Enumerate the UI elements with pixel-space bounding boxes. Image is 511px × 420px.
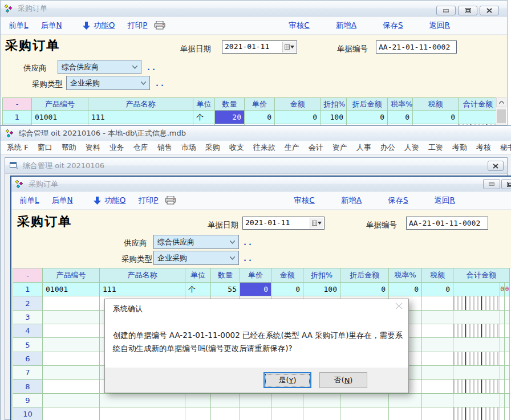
purchase-type-combobox[interactable]: 企业采购 [66, 76, 150, 90]
table-cell[interactable]: 55 [211, 283, 240, 296]
table-cell[interactable]: 个 [185, 283, 211, 296]
table-cell[interactable] [505, 407, 510, 420]
table-cell[interactable] [422, 366, 453, 380]
table-cell[interactable] [505, 380, 510, 393]
column-header[interactable]: 数量 [215, 98, 245, 111]
menu-item[interactable]: 考核 [474, 142, 493, 153]
column-header[interactable]: - [13, 268, 43, 283]
vertical-scrollbar[interactable] [496, 97, 506, 125]
purchase-type-more-button[interactable]: .. [156, 79, 166, 88]
yes-button[interactable]: 是(Y) [263, 372, 311, 388]
menu-item[interactable]: 考勤 [451, 142, 469, 153]
table-cell[interactable] [500, 407, 505, 420]
maximize-button[interactable] [501, 179, 511, 189]
table-cell[interactable] [422, 407, 453, 420]
date-input[interactable] [225, 42, 276, 51]
menu-item[interactable]: 工资 [427, 142, 445, 153]
table-cell[interactable] [505, 310, 510, 324]
menu-item[interactable]: 业务 [108, 142, 126, 153]
table-cell[interactable] [422, 393, 453, 407]
maximize-button[interactable] [458, 6, 477, 15]
table-cell[interactable] [500, 324, 505, 338]
table-cell[interactable]: 0 [422, 283, 453, 296]
scroll-up-button[interactable] [496, 97, 506, 107]
table-cell[interactable]: 01001 [32, 111, 88, 124]
column-header[interactable]: 税额 [422, 268, 453, 283]
table-cell[interactable] [500, 352, 505, 365]
supplier-more-button[interactable]: .. [147, 63, 157, 72]
table-cell[interactable] [340, 407, 389, 420]
table-cell[interactable] [422, 310, 453, 324]
table-cell[interactable] [422, 338, 453, 352]
column-header[interactable]: 产品名称 [100, 268, 185, 283]
table-cell[interactable]: 01001 [43, 283, 100, 296]
table-cell[interactable] [271, 393, 303, 407]
table-cell[interactable]: 111 [88, 111, 193, 124]
table-cell[interactable] [100, 393, 185, 407]
selected-cell[interactable]: 20 [215, 111, 245, 124]
table-cell[interactable] [271, 407, 303, 420]
column-header[interactable]: 合计金额 [453, 268, 510, 283]
table-cell[interactable]: 0 [413, 111, 459, 124]
selected-cell[interactable]: 0 [240, 283, 271, 296]
table-cell[interactable] [505, 296, 510, 310]
table-cell[interactable] [303, 393, 340, 407]
menu-item[interactable]: 资料 [84, 142, 102, 153]
title-bar[interactable]: 综合管理 oit 20210106 - 本地-db\正式信息.mdb [1, 126, 511, 141]
table-cell[interactable]: 100 [303, 283, 340, 296]
table-cell[interactable]: 0 [245, 111, 275, 124]
audit-button[interactable]: 审核C [289, 21, 309, 31]
table-cell[interactable]: 0 [347, 111, 388, 124]
print-button[interactable]: 打印P [127, 21, 147, 31]
table-cell[interactable]: 0 [271, 283, 303, 296]
table-cell[interactable] [500, 296, 505, 310]
table-cell[interactable]: 0 [388, 111, 413, 124]
column-header[interactable]: 税额 [413, 98, 459, 111]
table-cell[interactable] [500, 338, 505, 352]
column-header[interactable]: 折扣% [303, 268, 340, 283]
minimize-button[interactable] [483, 179, 500, 189]
column-header[interactable]: 金额 [271, 268, 303, 283]
table-cell[interactable] [43, 324, 100, 338]
table-cell[interactable] [422, 352, 453, 365]
table-cell[interactable] [500, 310, 505, 324]
purchase-type-more-button[interactable]: .. [244, 254, 254, 263]
column-header[interactable]: 数量 [211, 268, 240, 283]
supplier-combobox[interactable]: 综合供应商 [58, 60, 141, 74]
table-cell[interactable] [500, 393, 505, 407]
menu-item[interactable]: 销售 [156, 142, 174, 153]
table-cell[interactable] [505, 352, 510, 365]
calendar-dropdown-button[interactable] [310, 218, 323, 229]
table-cell[interactable] [303, 407, 340, 420]
title-bar[interactable]: 采购订单 [11, 177, 511, 191]
save-button[interactable]: 保存S [383, 21, 403, 31]
table-cell[interactable]: 0 [389, 283, 422, 296]
printer-icon[interactable] [154, 21, 165, 30]
menu-item[interactable]: 窗口 [36, 142, 54, 153]
menu-item[interactable]: 生产 [283, 142, 301, 153]
column-header[interactable]: 金额 [275, 98, 321, 111]
column-header[interactable]: 单价 [245, 98, 275, 111]
table-cell[interactable]: 个 [193, 111, 215, 124]
menu-item[interactable]: 人资 [403, 142, 421, 153]
table-cell[interactable] [211, 407, 240, 420]
table-cell[interactable] [43, 393, 100, 407]
column-header[interactable]: - [3, 98, 32, 111]
return-button[interactable]: 返回R [429, 21, 450, 31]
add-new-button[interactable]: 新增A [336, 21, 356, 31]
next-doc-button[interactable]: 后单N [52, 195, 73, 206]
column-header[interactable]: 税率% [388, 98, 413, 111]
close-button[interactable] [488, 161, 504, 171]
table-cell[interactable] [43, 310, 100, 324]
table-cell[interactable] [43, 296, 100, 310]
doc-number-input[interactable] [406, 217, 488, 230]
table-cell[interactable] [422, 324, 453, 338]
menu-item[interactable]: 收支 [228, 142, 246, 153]
table-cell[interactable] [211, 393, 240, 407]
menu-item[interactable]: 系统 F [5, 142, 30, 153]
doc-number-input[interactable] [376, 40, 457, 54]
next-doc-button[interactable]: 后单N [41, 21, 62, 31]
title-bar[interactable]: 综合管理 oit 20210106 [5, 158, 507, 174]
menu-item[interactable]: 人事 [355, 142, 373, 153]
column-header[interactable]: 产品编号 [43, 268, 100, 283]
